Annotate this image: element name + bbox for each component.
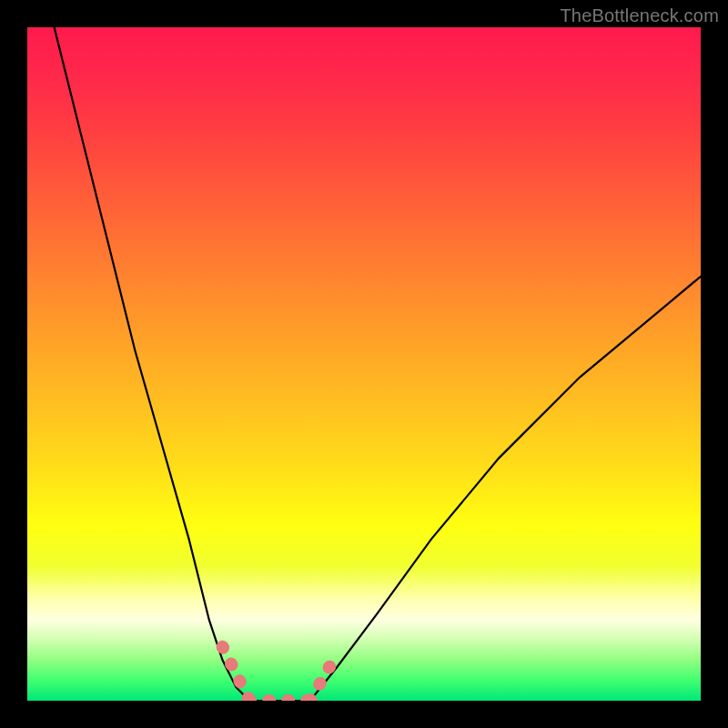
highlight-left-dip [223, 647, 250, 701]
curve-right-branch [310, 277, 701, 701]
highlight-right-rise [310, 653, 338, 701]
curve-lines [55, 27, 701, 701]
chart-svg [27, 27, 701, 701]
watermark-label: TheBottleneck.com [560, 5, 719, 26]
outer-black-frame: TheBottleneck.com [0, 0, 728, 728]
highlight-lines [223, 647, 338, 701]
curve-left-branch [55, 27, 250, 701]
gradient-plot-area [27, 27, 701, 701]
